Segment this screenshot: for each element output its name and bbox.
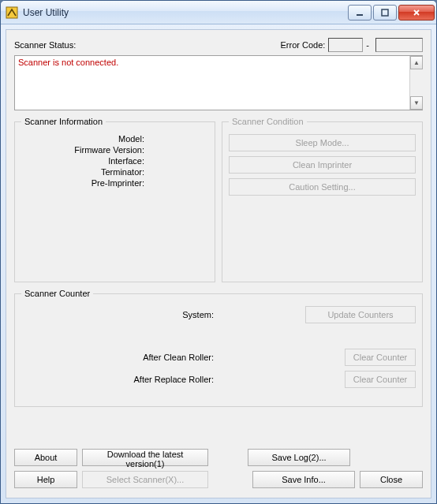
download-latest-button[interactable]: Download the latest version(1)	[82, 449, 208, 466]
select-scanner-button[interactable]: Select Scanner(X)...	[82, 471, 208, 488]
sleep-mode-button[interactable]: Sleep Mode...	[229, 134, 416, 151]
save-log-button[interactable]: Save Log(2)...	[248, 449, 350, 466]
window-title: User Utility	[23, 7, 348, 18]
after-replace-roller-label: After Replace Roller:	[21, 375, 218, 384]
interface-label: Interface:	[21, 156, 148, 166]
error-code-dash: -	[366, 40, 369, 50]
svg-rect-1	[357, 14, 363, 16]
minimize-button[interactable]	[348, 5, 372, 21]
status-message: Scanner is not connected.	[18, 58, 118, 67]
scanner-condition-group: Scanner Condition Sleep Mode... Clean Im…	[222, 117, 423, 282]
clean-imprinter-button[interactable]: Clean Imprinter	[229, 156, 416, 174]
scroll-track[interactable]	[410, 69, 423, 96]
scanner-counter-legend: Scanner Counter	[21, 289, 93, 298]
help-button[interactable]: Help	[14, 471, 77, 488]
update-counters-button[interactable]: Update Counters	[305, 306, 416, 323]
app-icon	[6, 6, 18, 19]
clear-counter-clean-button[interactable]: Clear Counter	[345, 349, 416, 366]
model-label: Model:	[21, 134, 148, 144]
error-code-label: Error Code:	[280, 40, 325, 50]
status-header-row: Scanner Status: Error Code: -	[14, 38, 423, 52]
window-buttons	[348, 5, 435, 21]
close-button[interactable]: Close	[360, 471, 423, 488]
about-button[interactable]: About	[14, 449, 77, 466]
status-scrollbar[interactable]: ▲ ▼	[409, 56, 423, 110]
caution-setting-button[interactable]: Caution Setting...	[229, 178, 416, 196]
svg-rect-2	[382, 9, 388, 16]
scanner-information-group: Scanner Information Model: Firmware Vers…	[14, 117, 215, 282]
scroll-down-button[interactable]: ▼	[410, 96, 423, 110]
app-window: User Utility Scanner Status: Error Code:…	[0, 0, 437, 504]
firmware-label: Firmware Version:	[21, 145, 148, 155]
clear-counter-replace-button[interactable]: Clear Counter	[345, 371, 416, 388]
after-clean-roller-label: After Clean Roller:	[21, 353, 218, 362]
client-area: Scanner Status: Error Code: - Scanner is…	[6, 29, 431, 498]
bottom-button-area: About Download the latest version(1) Sav…	[14, 442, 423, 493]
maximize-button[interactable]	[373, 5, 397, 21]
scanner-status-label: Scanner Status:	[14, 40, 76, 50]
scanner-information-legend: Scanner Information	[21, 117, 106, 126]
terminator-label: Terminator:	[21, 167, 148, 177]
status-textarea[interactable]: Scanner is not connected. ▲ ▼	[14, 55, 423, 110]
error-code-box-1	[328, 38, 363, 52]
scroll-up-button[interactable]: ▲	[410, 56, 423, 69]
scanner-condition-legend: Scanner Condition	[229, 117, 307, 126]
preimprinter-label: Pre-Imprinter:	[21, 178, 148, 188]
scanner-counter-group: Scanner Counter System: Update Counters …	[14, 289, 423, 407]
close-window-button[interactable]	[398, 5, 435, 21]
system-label: System:	[21, 310, 218, 319]
titlebar[interactable]: User Utility	[1, 1, 436, 24]
error-code-box-2	[375, 38, 423, 52]
save-info-button[interactable]: Save Info...	[252, 471, 355, 488]
